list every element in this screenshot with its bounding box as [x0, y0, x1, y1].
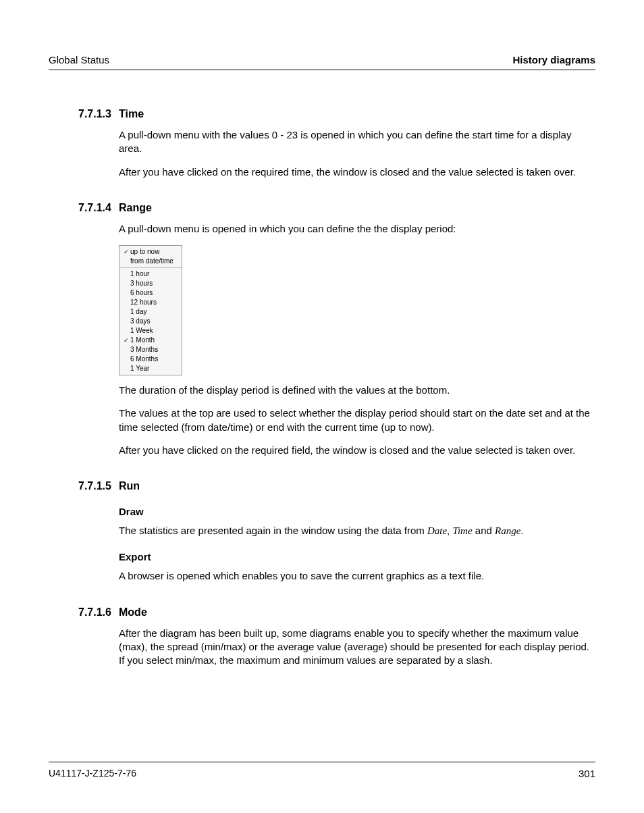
- dropdown-item-label: 1 day: [130, 307, 179, 317]
- dropdown-item[interactable]: ✓up to now: [119, 247, 182, 257]
- paragraph: After the diagram has been built up, som…: [119, 627, 595, 668]
- dropdown-item[interactable]: 1 hour: [119, 269, 182, 279]
- footer-doc-id: U41117-J-Z125-7-76: [49, 768, 136, 779]
- dropdown-item-label: 3 Months: [130, 345, 179, 355]
- dropdown-item[interactable]: 1 Week: [119, 326, 182, 336]
- dropdown-item[interactable]: ✓1 Month: [119, 336, 182, 345]
- dropdown-item-label: 6 hours: [130, 288, 179, 298]
- section-range: 7.7.1.4 Range A pull-down menu is opened…: [49, 202, 595, 457]
- text: and: [473, 525, 495, 536]
- section-mode: 7.7.1.6 Mode After the diagram has been …: [49, 606, 595, 668]
- check-icon: ✓: [122, 247, 130, 257]
- header-right: History diagrams: [512, 54, 595, 65]
- dropdown-item-label: 6 Months: [130, 355, 179, 364]
- page-footer: U41117-J-Z125-7-76 301: [49, 762, 595, 779]
- dropdown-item-label: 1 Month: [130, 336, 179, 345]
- check-icon: ✓: [122, 336, 130, 345]
- dropdown-item[interactable]: 6 hours: [119, 288, 182, 298]
- dropdown-item[interactable]: from date/time: [119, 257, 182, 266]
- dropdown-item[interactable]: 3 Months: [119, 345, 182, 355]
- italic-range: Range: [495, 525, 520, 536]
- paragraph: The duration of the display period is de…: [119, 384, 595, 397]
- paragraph: The statistics are presented again in th…: [119, 524, 595, 537]
- section-number: 7.7.1.4: [78, 202, 119, 214]
- dropdown-item[interactable]: 12 hours: [119, 298, 182, 307]
- subheading-export: Export: [119, 551, 595, 562]
- section-title: Range: [119, 202, 152, 214]
- dropdown-item[interactable]: 3 hours: [119, 279, 182, 288]
- paragraph: A pull-down menu with the values 0 - 23 …: [119, 128, 595, 156]
- dropdown-item-label: from date/time: [130, 257, 179, 266]
- page-header: Global Status History diagrams: [49, 54, 595, 70]
- dropdown-item-label: 1 Year: [130, 364, 179, 373]
- dropdown-item[interactable]: 3 days: [119, 317, 182, 326]
- paragraph: After you have clicked on the required t…: [119, 165, 595, 179]
- italic-date: Date: [427, 525, 447, 536]
- paragraph: A browser is opened which enables you to…: [119, 569, 595, 583]
- section-time: 7.7.1.3 Time A pull-down menu with the v…: [49, 108, 595, 179]
- dropdown-item-label: 1 Week: [130, 326, 179, 336]
- section-title: Mode: [119, 606, 147, 619]
- text: .: [520, 525, 523, 536]
- dropdown-item-label: 3 hours: [130, 279, 179, 288]
- section-title: Run: [119, 480, 140, 492]
- paragraph: After you have clicked on the required f…: [119, 444, 595, 457]
- footer-page-number: 301: [579, 768, 595, 779]
- section-number: 7.7.1.6: [78, 606, 119, 619]
- range-dropdown-figure: ✓up to nowfrom date/time 1 hour3 hours6 …: [119, 245, 182, 375]
- paragraph: A pull-down menu is opened in which you …: [119, 222, 595, 236]
- dropdown-item-label: up to now: [130, 247, 179, 257]
- dropdown-item-label: 3 days: [130, 317, 179, 326]
- section-title: Time: [119, 108, 144, 120]
- dropdown-item[interactable]: 1 Year: [119, 364, 182, 373]
- italic-time: Time: [452, 525, 472, 536]
- dropdown-item-label: 1 hour: [130, 269, 179, 279]
- section-run: 7.7.1.5 Run Draw The statistics are pres…: [49, 480, 595, 583]
- subheading-draw: Draw: [119, 506, 595, 517]
- paragraph: The values at the top are used to select…: [119, 406, 595, 434]
- header-left: Global Status: [49, 54, 109, 65]
- dropdown-item[interactable]: 6 Months: [119, 355, 182, 364]
- dropdown-item-label: 12 hours: [130, 298, 179, 307]
- dropdown-item[interactable]: 1 day: [119, 307, 182, 317]
- section-number: 7.7.1.5: [78, 480, 119, 492]
- text: The statistics are presented again in th…: [119, 525, 427, 536]
- section-number: 7.7.1.3: [78, 108, 119, 120]
